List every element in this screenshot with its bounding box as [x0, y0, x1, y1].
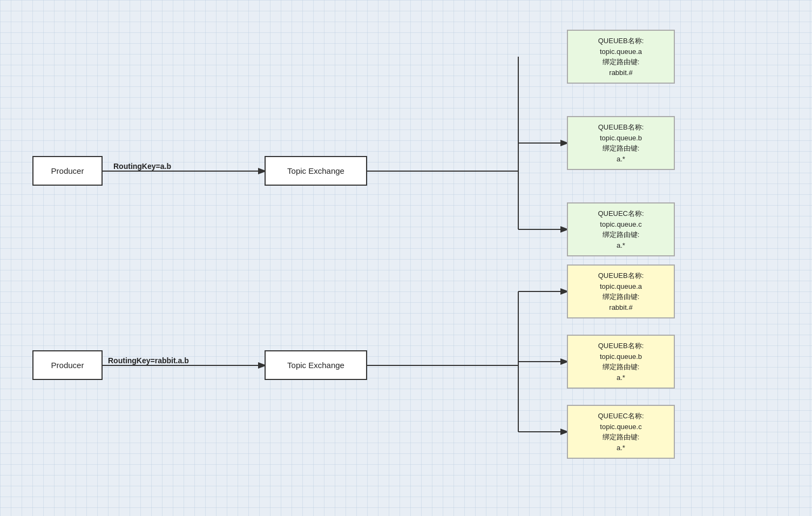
- producer2-label: Producer: [51, 361, 84, 370]
- exchange1-label: Topic Exchange: [287, 166, 344, 175]
- arrows-svg: [0, 0, 812, 516]
- exchange2-box: Topic Exchange: [265, 350, 367, 380]
- exchange2-label: Topic Exchange: [287, 361, 344, 370]
- routing-key1: RoutingKey=a.b: [113, 162, 171, 171]
- producer1-box: Producer: [32, 156, 103, 186]
- queue-1b: QUEUEB名称: topic.queue.b 绑定路由键: a.*: [567, 116, 675, 170]
- queue-2c: QUEUEC名称: topic.queue.c 绑定路由键: a.*: [567, 405, 675, 459]
- queue-2b: QUEUEB名称: topic.queue.b 绑定路由键: a.*: [567, 335, 675, 389]
- producer1-label: Producer: [51, 166, 84, 175]
- queue-1c: QUEUEC名称: topic.queue.c 绑定路由键: a.*: [567, 202, 675, 256]
- diagram-canvas: Producer Producer RoutingKey=a.b Routing…: [0, 0, 812, 516]
- queue-2a: QUEUEB名称: topic.queue.a 绑定路由键: rabbit.#: [567, 264, 675, 318]
- routing-key2: RoutingKey=rabbit.a.b: [108, 356, 189, 365]
- queue-1a: QUEUEB名称: topic.queue.a 绑定路由键: rabbit.#: [567, 30, 675, 84]
- exchange1-box: Topic Exchange: [265, 156, 367, 186]
- producer2-box: Producer: [32, 350, 103, 380]
